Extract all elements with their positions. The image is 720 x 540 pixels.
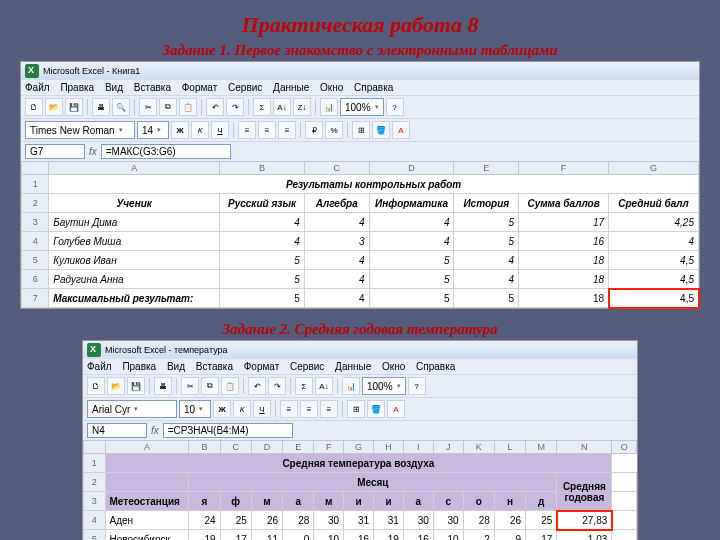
col-header[interactable]: B [220,162,305,175]
toolbar-standard: 🗋 📂 💾 🖶 🔍 ✂ ⧉ 📋 ↶ ↷ Σ A↓ Z↓ 📊 100% ? [21,95,699,118]
underline-icon[interactable]: Ч [253,400,271,418]
menu-format[interactable]: Формат [244,361,280,372]
font-color-icon[interactable]: A [387,400,405,418]
redo-icon[interactable]: ↷ [226,98,244,116]
menu-data[interactable]: Данные [273,82,309,93]
font-selector[interactable]: Times New Roman [25,121,135,139]
menu-tools[interactable]: Сервис [290,361,324,372]
zoom-selector[interactable]: 100% [362,377,406,395]
menu-window[interactable]: Окно [320,82,343,93]
col-header[interactable]: G [609,162,699,175]
header-cell: Ученик [49,194,220,213]
undo-icon[interactable]: ↶ [248,377,266,395]
borders-icon[interactable]: ⊞ [347,400,365,418]
borders-icon[interactable]: ⊞ [352,121,370,139]
preview-icon[interactable]: 🔍 [112,98,130,116]
copy-icon[interactable]: ⧉ [201,377,219,395]
col-header[interactable]: F [519,162,609,175]
font-selector[interactable]: Arial Cyr [87,400,177,418]
chart-icon[interactable]: 📊 [320,98,338,116]
menu-edit[interactable]: Правка [60,82,94,93]
menu-insert[interactable]: Вставка [196,361,233,372]
formula-input[interactable]: =МАКС(G3:G6) [101,144,231,159]
bold-icon[interactable]: Ж [171,121,189,139]
menu-file[interactable]: Файл [87,361,112,372]
table-row: 5Куликов Иван5454184,5 [22,251,699,270]
paste-icon[interactable]: 📋 [221,377,239,395]
excel-window-1: Microsoft Excel - Книга1 Файл Правка Вид… [20,61,700,309]
col-header[interactable]: D [369,162,454,175]
chart-icon[interactable]: 📊 [342,377,360,395]
col-header[interactable]: C [304,162,369,175]
fx-icon[interactable]: fx [89,146,97,157]
menu-view[interactable]: Вид [105,82,123,93]
fontsize-selector[interactable]: 10 [179,400,211,418]
fill-color-icon[interactable]: 🪣 [372,121,390,139]
italic-icon[interactable]: К [233,400,251,418]
name-box[interactable]: G7 [25,144,85,159]
align-left-icon[interactable]: ≡ [280,400,298,418]
font-color-icon[interactable]: A [392,121,410,139]
open-icon[interactable]: 📂 [45,98,63,116]
undo-icon[interactable]: ↶ [206,98,224,116]
menu-edit[interactable]: Правка [122,361,156,372]
menu-data[interactable]: Данные [335,361,371,372]
spreadsheet-grid[interactable]: A B C D E F G 1 Результаты контрольных р… [21,161,699,308]
table-row: 3Баутин Дима4445174,25 [22,213,699,232]
sort-icon[interactable]: A↓ [315,377,333,395]
cut-icon[interactable]: ✂ [181,377,199,395]
menu-help[interactable]: Справка [354,82,393,93]
fx-icon[interactable]: fx [151,425,159,436]
fill-color-icon[interactable]: 🪣 [367,400,385,418]
bold-icon[interactable]: Ж [213,400,231,418]
save-icon[interactable]: 💾 [65,98,83,116]
align-right-icon[interactable]: ≡ [320,400,338,418]
fontsize-selector[interactable]: 14 [137,121,169,139]
excel-window-2: Microsoft Excel - температура Файл Правк… [82,340,638,540]
col-header[interactable]: A [49,162,220,175]
toolbar-standard: 🗋 📂 💾 🖶 ✂ ⧉ 📋 ↶ ↷ Σ A↓ 📊 100% ? [83,374,637,397]
menu-view[interactable]: Вид [167,361,185,372]
redo-icon[interactable]: ↷ [268,377,286,395]
col-header[interactable]: E [454,162,519,175]
row-header[interactable]: 1 [22,175,49,194]
help-icon[interactable]: ? [386,98,404,116]
menu-insert[interactable]: Вставка [134,82,171,93]
month-header: Месяц [189,473,557,492]
percent-icon[interactable]: % [325,121,343,139]
align-left-icon[interactable]: ≡ [238,121,256,139]
spreadsheet-grid[interactable]: ABCDEFGHIJKLMNO 1Средняя температура воз… [83,440,637,540]
paste-icon[interactable]: 📋 [179,98,197,116]
menubar: Файл Правка Вид Вставка Формат Сервис Да… [83,359,637,374]
sort-desc-icon[interactable]: Z↓ [293,98,311,116]
align-right-icon[interactable]: ≡ [278,121,296,139]
new-icon[interactable]: 🗋 [25,98,43,116]
print-icon[interactable]: 🖶 [154,377,172,395]
print-icon[interactable]: 🖶 [92,98,110,116]
menu-window[interactable]: Окно [382,361,405,372]
open-icon[interactable]: 📂 [107,377,125,395]
result-cell: 4,5 [609,289,699,308]
help-icon[interactable]: ? [408,377,426,395]
excel-icon [25,64,39,78]
titlebar: Microsoft Excel - Книга1 [21,62,699,80]
menu-tools[interactable]: Сервис [228,82,262,93]
align-center-icon[interactable]: ≡ [300,400,318,418]
copy-icon[interactable]: ⧉ [159,98,177,116]
zoom-selector[interactable]: 100% [340,98,384,116]
align-center-icon[interactable]: ≡ [258,121,276,139]
italic-icon[interactable]: К [191,121,209,139]
menu-file[interactable]: Файл [25,82,50,93]
menu-format[interactable]: Формат [182,82,218,93]
menu-help[interactable]: Справка [416,361,455,372]
name-box[interactable]: N4 [87,423,147,438]
sum-icon[interactable]: Σ [253,98,271,116]
underline-icon[interactable]: Ч [211,121,229,139]
new-icon[interactable]: 🗋 [87,377,105,395]
currency-icon[interactable]: ₽ [305,121,323,139]
sort-asc-icon[interactable]: A↓ [273,98,291,116]
cut-icon[interactable]: ✂ [139,98,157,116]
formula-input[interactable]: =СРЗНАЧ(B4:M4) [163,423,293,438]
save-icon[interactable]: 💾 [127,377,145,395]
sum-icon[interactable]: Σ [295,377,313,395]
